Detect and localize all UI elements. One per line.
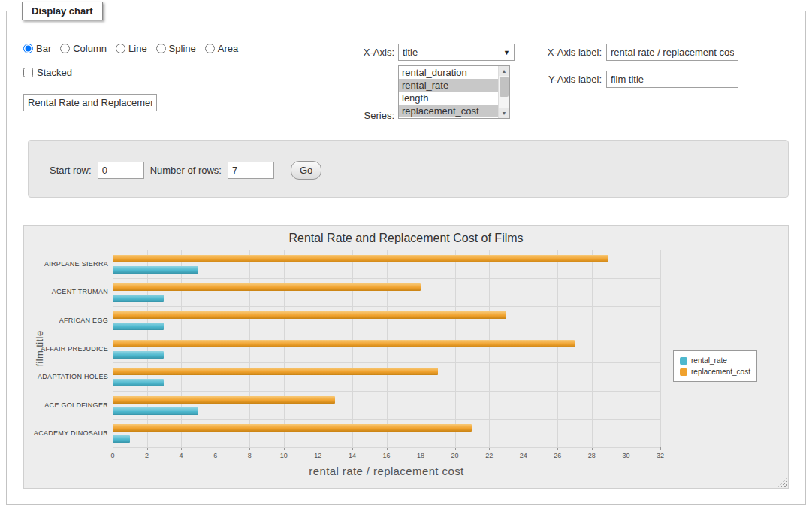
- bar-rental_rate: [113, 379, 164, 386]
- x-tick-label: 32: [657, 452, 664, 459]
- x-tick-label: 18: [417, 452, 424, 459]
- chart-type-option-label: Bar: [36, 43, 51, 54]
- legend-label: replacement_cost: [691, 368, 750, 376]
- scrollbar[interactable]: ▲ ▼: [498, 66, 509, 118]
- chart-type-option-label: Area: [218, 43, 238, 54]
- x-tick-label: 28: [588, 452, 596, 459]
- x-axis-select[interactable]: title ▼: [398, 44, 515, 61]
- x-tick-label: 2: [145, 452, 149, 459]
- x-tick-label: 22: [485, 452, 493, 459]
- category-label: AIRPLANE SIERRA: [26, 260, 108, 268]
- x-axis-select-label: X-Axis:: [322, 47, 394, 58]
- series-option[interactable]: rental_rate: [399, 79, 498, 92]
- gridline: [113, 419, 660, 420]
- gridline: [113, 335, 660, 335]
- category-label: ACADEMY DINOSAUR: [26, 429, 108, 437]
- category-labels: AIRPLANE SIERRAAGENT TRUMANAFRICAN EGGAF…: [26, 250, 108, 447]
- x-axis-label-input[interactable]: [606, 44, 738, 61]
- category-label: ADAPTATION HOLES: [26, 373, 108, 380]
- x-tick-label: 14: [349, 452, 356, 459]
- chart-type-radio-bar[interactable]: [23, 44, 33, 53]
- gridline: [318, 250, 318, 447]
- chart-type-radio-spline[interactable]: [156, 44, 166, 53]
- gridline: [113, 250, 113, 447]
- gridline: [626, 250, 626, 447]
- chevron-down-icon: ▼: [503, 49, 510, 56]
- category-label: AFRICAN EGG: [26, 317, 108, 324]
- x-tick-label: 24: [520, 452, 527, 459]
- num-rows-input[interactable]: [228, 162, 274, 179]
- scrollbar-thumb[interactable]: [500, 77, 509, 97]
- stacked-checkbox[interactable]: [23, 68, 33, 77]
- series-list-label: Series:: [322, 110, 394, 121]
- series-option[interactable]: rental_duration: [399, 66, 498, 79]
- gridline: [592, 250, 593, 447]
- category-label: AGENT TRUMAN: [26, 288, 108, 295]
- replacement_cost-swatch: [680, 368, 687, 376]
- category-label: ACE GOLDFINGER: [26, 401, 108, 409]
- x-tick-label: 10: [280, 452, 288, 459]
- x-tick-label: 20: [451, 452, 459, 459]
- chart-type-option-label: Spline: [169, 43, 196, 54]
- bar-replacement_cost: [113, 424, 472, 432]
- gridline: [249, 250, 250, 447]
- gridline: [113, 447, 660, 448]
- gridline: [421, 250, 421, 447]
- bar-rental_rate: [113, 407, 198, 415]
- chart-type-option-column[interactable]: Column: [60, 43, 107, 54]
- legend-item[interactable]: replacement_cost: [680, 366, 750, 377]
- gridline: [147, 250, 148, 447]
- x-tick-label: 16: [382, 452, 390, 459]
- bar-rental_rate: [113, 295, 164, 302]
- bar-replacement_cost: [113, 283, 421, 291]
- chart-legend: rental_ratereplacement_cost: [673, 350, 757, 382]
- chart-type-option-spline[interactable]: Spline: [156, 43, 196, 54]
- num-rows-label: Number of rows:: [150, 165, 222, 176]
- stacked-label: Stacked: [37, 67, 72, 78]
- bar-replacement_cost: [113, 311, 506, 319]
- plot-area: [113, 250, 660, 447]
- chart-type-option-bar[interactable]: Bar: [23, 43, 51, 54]
- panel-legend: Display chart: [22, 2, 103, 20]
- chart-type-group: BarColumnLineSplineArea: [23, 43, 238, 54]
- x-tick-label: 0: [110, 452, 114, 459]
- display-chart-panel: Display chart BarColumnLineSplineArea St…: [6, 11, 806, 505]
- bar-replacement_cost: [113, 255, 608, 262]
- rows-controls: Start row: Number of rows: Go: [50, 161, 321, 180]
- scroll-up-icon[interactable]: ▲: [499, 66, 509, 76]
- tick-mark: [660, 447, 661, 450]
- scroll-down-icon[interactable]: ▼: [499, 108, 509, 118]
- category-label: AFFAIR PREJUDICE: [26, 345, 108, 353]
- gridline: [557, 250, 558, 447]
- x-tick-label: 26: [554, 452, 561, 459]
- start-row-input[interactable]: [98, 162, 144, 179]
- chart-type-radio-line[interactable]: [116, 44, 125, 53]
- gridline: [113, 306, 660, 307]
- y-axis-label-label: Y-Axis label:: [518, 74, 602, 85]
- x-tick-label: 4: [180, 452, 183, 459]
- rental_rate-swatch: [680, 357, 687, 365]
- y-axis-label-input[interactable]: [606, 71, 738, 88]
- gridline: [113, 250, 660, 250]
- chart-type-option-area[interactable]: Area: [205, 43, 238, 54]
- chart-type-option-label: Line: [128, 43, 147, 54]
- series-option[interactable]: replacement_cost: [399, 105, 498, 117]
- chart-type-radio-column[interactable]: [60, 44, 70, 53]
- gridline: [524, 250, 524, 447]
- chart-panel: Rental Rate and Replacement Cost of Film…: [23, 225, 789, 489]
- go-button[interactable]: Go: [291, 161, 321, 180]
- stacked-option[interactable]: Stacked: [23, 67, 72, 78]
- x-tick-label: 30: [622, 452, 629, 459]
- chart-title-input[interactable]: [23, 94, 157, 111]
- series-option[interactable]: length: [399, 92, 498, 105]
- bar-replacement_cost: [113, 340, 575, 347]
- bar-rental_rate: [113, 351, 164, 359]
- rows-panel: Start row: Number of rows: Go: [28, 140, 789, 198]
- chart-type-option-line[interactable]: Line: [116, 43, 147, 54]
- resize-handle-icon[interactable]: [778, 478, 787, 487]
- chart-type-radio-area[interactable]: [205, 44, 215, 53]
- x-tick-label: 6: [213, 452, 217, 459]
- gridline: [284, 250, 285, 447]
- series-listbox: rental_durationrental_ratelengthreplacem…: [398, 65, 510, 119]
- legend-item[interactable]: rental_rate: [680, 355, 750, 366]
